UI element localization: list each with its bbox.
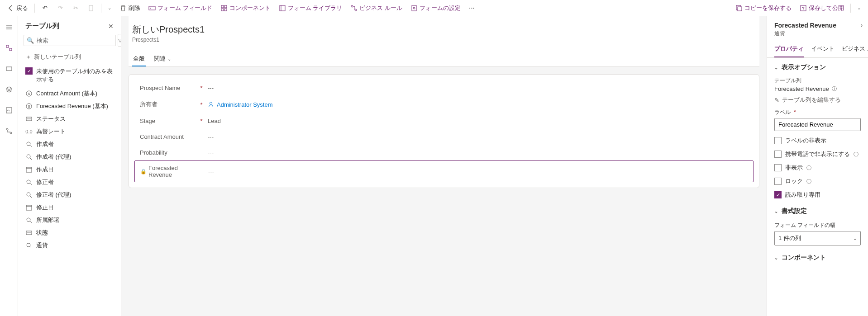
edit-column-link[interactable]: ✎ テーブル列を編集する (767, 94, 868, 106)
svg-rect-14 (738, 7, 742, 11)
cut-button[interactable]: ✂ (68, 3, 83, 14)
section-components[interactable]: ⌄ コンポーネント (767, 248, 868, 265)
field-label: Probability (140, 149, 167, 156)
rail-form[interactable] (2, 61, 16, 76)
column-item-label: 修正者 (代理) (36, 191, 71, 199)
delete-button[interactable]: 削除 (116, 2, 144, 14)
svg-point-34 (27, 180, 30, 184)
field-width-label: フォーム フィールドの幅 (774, 222, 861, 229)
svg-rect-16 (6, 45, 9, 47)
tab-general[interactable]: 全般 (132, 52, 146, 66)
rail-components[interactable] (2, 41, 16, 55)
label-input[interactable] (774, 118, 861, 131)
redo-button[interactable]: ↷ (53, 3, 67, 14)
form-field-row[interactable]: 🔒 Forecasted Revenue--- (134, 160, 754, 182)
column-item[interactable]: 作成者 (18, 138, 121, 151)
column-item[interactable]: 作成者 (代理) (18, 151, 121, 163)
columns-panel: テーブル列 ✕ 🔍 ▽⌄ ＋ 新しいテーブル列 ✓ 未使用のテーブル列のみを表示… (18, 16, 121, 316)
business-rule-button[interactable]: ビジネス ルール (347, 2, 406, 14)
paste-button[interactable] (84, 3, 98, 14)
hide-label-checkbox[interactable]: ラベルの非表示 (767, 134, 868, 147)
column-item[interactable]: 0.0為替レート (18, 125, 121, 138)
undo-icon: ↶ (41, 5, 48, 12)
form-settings-button[interactable]: フォームの設定 (407, 2, 464, 14)
tab-properties[interactable]: プロパティ (774, 41, 804, 57)
column-item[interactable]: 所属部署 (18, 214, 121, 226)
svg-point-44 (27, 243, 30, 247)
dropdown-button[interactable]: ⌄ (104, 4, 115, 12)
rail-hamburger[interactable] (2, 20, 16, 34)
field-width-select[interactable]: 1 件の列 ⌄ (774, 231, 861, 245)
save-copy-label: コピーを保存する (744, 4, 792, 12)
hide-checkbox[interactable]: 非表示 ⓘ (767, 161, 868, 175)
column-item-label: 通貨 (36, 241, 48, 250)
new-column-label: 新しいテーブル列 (34, 53, 81, 61)
date-icon (25, 204, 33, 211)
close-icon[interactable]: ✕ (108, 23, 114, 30)
lookup-icon (25, 191, 33, 198)
column-item[interactable]: ステータス (18, 113, 121, 125)
rail-layers[interactable] (2, 82, 16, 97)
form-library-button[interactable]: フォーム ライブラリ (275, 2, 346, 14)
field-value: --- (205, 168, 214, 175)
new-column-button[interactable]: ＋ 新しいテーブル列 (18, 50, 121, 64)
search-icon: 🔍 (27, 37, 34, 44)
save-dropdown[interactable]: ⌄ (854, 4, 864, 12)
column-item[interactable]: 作成日 (18, 163, 121, 176)
column-item[interactable]: $Forecasted Revenue (基本) (18, 100, 121, 113)
undo-button[interactable]: ↶ (38, 3, 52, 14)
form-field-row[interactable]: Probability--- (129, 145, 759, 160)
tab-events[interactable]: イベント (811, 41, 835, 57)
form-field-button[interactable]: フォーム フィールド (145, 2, 216, 14)
component-button[interactable]: コンポーネント (217, 2, 274, 14)
form-field-row[interactable]: 所有者*Administrator System (129, 96, 759, 113)
library-icon (279, 5, 286, 12)
column-item[interactable]: 修正者 (代理) (18, 189, 121, 201)
hide-phone-checkbox[interactable]: 携帯電話で非表示にする ⓘ (767, 147, 868, 161)
search-input-wrap[interactable]: 🔍 (24, 35, 116, 46)
delete-label: 削除 (129, 4, 140, 12)
section-display-options[interactable]: ⌄ 表示オプション (767, 58, 868, 75)
svg-line-41 (30, 221, 32, 223)
info-icon[interactable]: ⓘ (832, 85, 837, 92)
tab-related[interactable]: 関連 ⌄ (153, 52, 172, 66)
form-field-row[interactable]: Stage*Lead (129, 113, 759, 129)
columns-list: $Contract Amount (基本)$Forecasted Revenue… (18, 87, 121, 316)
field-value: Lead (204, 118, 221, 124)
svg-rect-17 (10, 48, 12, 51)
unused-only-checkbox[interactable]: ✓ 未使用のテーブル列のみを表示する (18, 64, 121, 87)
save-copy-button[interactable]: コピーを保存する (732, 2, 795, 14)
tab-business-rules[interactable]: ビジネス ル... (842, 41, 868, 57)
lock-checkbox[interactable]: ロック ⓘ (767, 175, 868, 188)
column-item[interactable]: 状態 (18, 226, 121, 239)
save-publish-button[interactable]: 保存して公開 (796, 2, 848, 14)
lookup-icon (25, 179, 33, 186)
business-rule-label: ビジネス ルール (359, 4, 402, 12)
column-item[interactable]: $Contract Amount (基本) (18, 87, 121, 100)
section-formatting[interactable]: ⌄ 書式設定 (767, 202, 868, 219)
svg-rect-38 (26, 205, 32, 210)
chevron-down-icon: ⌄ (108, 5, 111, 10)
column-item[interactable]: 通貨 (18, 239, 121, 252)
paste-icon (87, 5, 95, 12)
column-item-label: 為替レート (36, 127, 66, 136)
field-name: Forecasted Revenue (774, 85, 829, 92)
rail-image[interactable] (2, 103, 16, 118)
search-input[interactable] (37, 37, 113, 44)
form-field-row[interactable]: Contract Amount--- (129, 129, 759, 145)
currency-icon: $ (25, 103, 33, 110)
readonly-checkbox[interactable]: ✓ 読み取り専用 (767, 188, 868, 202)
expand-icon[interactable]: › (861, 22, 863, 28)
rail-tree[interactable] (2, 124, 16, 138)
svg-point-40 (27, 218, 30, 222)
svg-point-46 (210, 102, 212, 104)
form-field-row[interactable]: Prospect Name*--- (129, 80, 759, 96)
column-item[interactable]: 修正日 (18, 201, 121, 214)
required-mark: * (199, 118, 204, 124)
chevron-down-icon: ⌄ (774, 255, 778, 260)
more-icon: ⋯ (469, 5, 475, 11)
overflow-button[interactable]: ⋯ (465, 3, 478, 13)
back-button[interactable]: 戻る (4, 2, 32, 14)
column-item[interactable]: 修正者 (18, 176, 121, 189)
field-label: Stage (140, 118, 155, 124)
